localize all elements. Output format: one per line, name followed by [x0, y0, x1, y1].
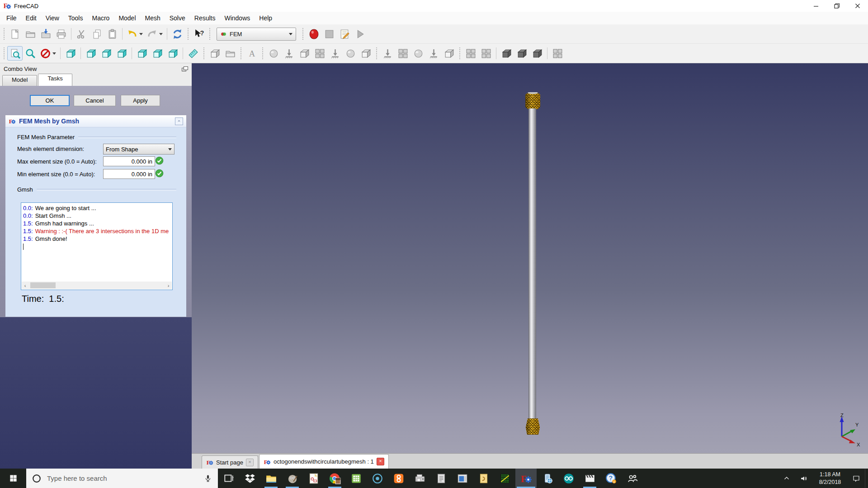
- float-panel-icon[interactable]: [182, 66, 188, 71]
- paste-button[interactable]: [104, 27, 120, 41]
- macro-edit-button[interactable]: [337, 27, 352, 41]
- fit-all-button[interactable]: [7, 46, 23, 61]
- taskbar-dropbox-button[interactable]: [239, 469, 260, 488]
- fem-solver-button[interactable]: [426, 46, 441, 61]
- redo-button[interactable]: [145, 27, 165, 41]
- taskbar-help-button[interactable]: [600, 469, 622, 488]
- taskbar-xampp-button[interactable]: [388, 469, 409, 488]
- task-view-button[interactable]: [218, 469, 239, 488]
- action-center-button[interactable]: [848, 469, 865, 488]
- restore-button[interactable]: [826, 0, 847, 12]
- taskbar-notes-button[interactable]: [430, 469, 452, 488]
- min-element-size-field[interactable]: 0.000 in: [103, 169, 155, 179]
- tube-top-mesh-cap[interactable]: [525, 92, 540, 109]
- fem-clip-plane-button[interactable]: [207, 46, 222, 61]
- menu-macro[interactable]: Macro: [87, 13, 114, 23]
- zoom-button[interactable]: [23, 46, 38, 61]
- macro-record-button[interactable]: [306, 27, 321, 41]
- open-button[interactable]: [23, 27, 38, 41]
- macro-stop-button[interactable]: [321, 27, 337, 41]
- mesh-element-dimension-select[interactable]: From Shape: [103, 144, 175, 155]
- horizontal-scrollbar[interactable]: ‹ ›: [22, 282, 172, 289]
- menu-model[interactable]: Model: [114, 13, 140, 23]
- scroll-right-arrow-icon[interactable]: ›: [165, 283, 172, 288]
- microphone-icon[interactable]: [203, 474, 212, 483]
- collapse-section-button[interactable]: [175, 117, 183, 125]
- refresh-button[interactable]: [170, 27, 185, 41]
- view-axonometric-button[interactable]: [63, 46, 78, 61]
- ok-button[interactable]: OK: [30, 95, 70, 106]
- view-front-button[interactable]: [83, 46, 99, 61]
- taskbar-phone-button[interactable]: [537, 469, 558, 488]
- mesh-clip-x-button[interactable]: [499, 46, 514, 61]
- fem-material-button[interactable]: [358, 46, 373, 61]
- volume-button[interactable]: [795, 469, 812, 488]
- scrollbar-thumb[interactable]: [30, 282, 56, 288]
- mesh-refine-button[interactable]: [478, 46, 494, 61]
- 3d-viewport[interactable]: Z Y X: [192, 63, 868, 453]
- search-input[interactable]: [46, 474, 199, 483]
- fem-mesh-region-button[interactable]: [395, 46, 410, 61]
- copy-button[interactable]: [89, 27, 104, 41]
- close-tab-button[interactable]: ×: [246, 459, 254, 466]
- taskbar-people-button[interactable]: [622, 469, 643, 488]
- taskbar-spreadsheet-button[interactable]: [345, 469, 367, 488]
- mesh-clip-z-button[interactable]: [529, 46, 545, 61]
- whats-this-button[interactable]: [191, 27, 207, 41]
- taskbar-file-explorer-button[interactable]: [260, 469, 282, 488]
- gmsh-log-output[interactable]: 0.0:We are going to start ...0.0:Start G…: [21, 202, 173, 290]
- menu-windows[interactable]: Windows: [220, 13, 255, 23]
- menu-file[interactable]: File: [2, 13, 21, 23]
- fem-beam-section-button[interactable]: [327, 46, 343, 61]
- show-desktop-button[interactable]: [865, 469, 868, 488]
- taskbar-clock[interactable]: 1:18 AM 8/2/2018: [812, 471, 848, 486]
- menu-tools[interactable]: Tools: [64, 13, 88, 23]
- menu-results[interactable]: Results: [190, 13, 220, 23]
- menu-solve[interactable]: Solve: [165, 13, 190, 23]
- scroll-left-arrow-icon[interactable]: ‹: [22, 283, 28, 288]
- fem-node-set-button[interactable]: [266, 46, 281, 61]
- close-button[interactable]: [847, 0, 868, 12]
- taskbar-draw-button[interactable]: [303, 469, 324, 488]
- mesh-boundary-button[interactable]: [550, 46, 565, 61]
- taskbar-arduino-button[interactable]: [558, 469, 579, 488]
- fem-equation-button[interactable]: [441, 46, 457, 61]
- start-button[interactable]: [0, 469, 26, 488]
- cancel-button[interactable]: Cancel: [74, 95, 116, 106]
- taskbar-window-app-button[interactable]: [452, 469, 473, 488]
- fem-constraint-fixed-button[interactable]: [281, 46, 297, 61]
- undo-button[interactable]: [125, 27, 145, 41]
- view-rear-button[interactable]: [134, 46, 150, 61]
- tube-body[interactable]: [528, 108, 536, 419]
- view-top-button[interactable]: [99, 46, 114, 61]
- tab-model[interactable]: Model: [2, 75, 37, 86]
- close-tab-button[interactable]: ×: [377, 458, 384, 465]
- menu-edit[interactable]: Edit: [21, 13, 41, 23]
- taskbar-freecad-button[interactable]: [515, 469, 537, 488]
- tab-tasks[interactable]: Tasks: [38, 74, 72, 86]
- taskbar-search[interactable]: [26, 469, 218, 488]
- menu-mesh[interactable]: Mesh: [141, 13, 165, 23]
- mesh-display-info-button[interactable]: [463, 46, 478, 61]
- menu-help[interactable]: Help: [255, 13, 277, 23]
- view-bottom-button[interactable]: [150, 46, 165, 61]
- save-button[interactable]: [38, 27, 53, 41]
- print-button[interactable]: [53, 27, 69, 41]
- tab-start-page[interactable]: Start page ×: [202, 455, 258, 469]
- fem-mesh-group-button[interactable]: [410, 46, 426, 61]
- minimize-button[interactable]: [806, 0, 826, 12]
- fem-annotation-button[interactable]: [244, 46, 259, 61]
- view-left-button[interactable]: [165, 46, 180, 61]
- tube-bottom-mesh-cap[interactable]: [526, 418, 540, 435]
- view-right-button[interactable]: [114, 46, 129, 61]
- draw-style-button[interactable]: [38, 46, 58, 61]
- new-button[interactable]: [7, 27, 23, 41]
- taskbar-chrome-button[interactable]: [324, 469, 345, 488]
- menu-view[interactable]: View: [41, 13, 64, 23]
- fem-constraint-pressure-button[interactable]: [312, 46, 327, 61]
- macro-play-button[interactable]: [352, 27, 368, 41]
- taskbar-scanner-button[interactable]: [409, 469, 430, 488]
- taskbar-video-button[interactable]: [579, 469, 600, 488]
- workbench-selector[interactable]: FEM: [217, 28, 296, 41]
- fem-constraint-force-button[interactable]: [297, 46, 312, 61]
